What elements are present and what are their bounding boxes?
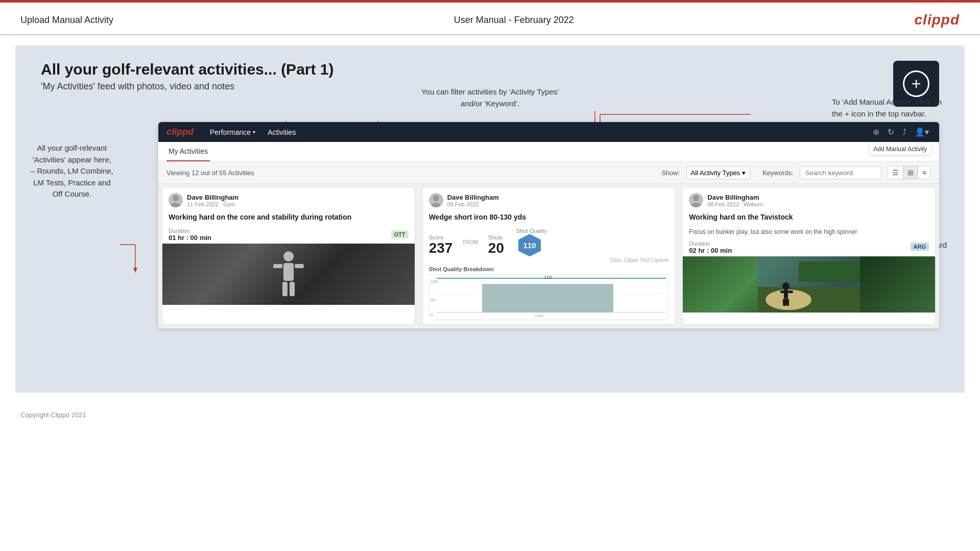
activities-tab-bar: My Activities (158, 142, 939, 162)
activity-card-2: Dave Billingham 09 Feb 2022 Wedge short … (423, 188, 675, 324)
page-footer: Copyright Clippd 2021 (0, 403, 980, 427)
card-tag-1: OTT (391, 230, 409, 238)
svg-rect-36 (783, 299, 786, 306)
card-image-3 (683, 256, 935, 313)
view-toggles: ☰ ⊞ ≡ (888, 166, 931, 179)
chevron-down-icon: ▾ (253, 129, 255, 135)
chart-section: Shot Quality Breakdown 100 50 0 110 AP (423, 264, 675, 324)
card-header-1: Dave Billingham 11 Feb 2022 · Gym (162, 188, 415, 209)
card-duration-1: Duration 01 hr : 00 min (169, 228, 211, 242)
svg-point-25 (431, 203, 441, 207)
copyright: Copyright Clippd 2021 (20, 411, 86, 419)
svg-rect-23 (290, 282, 295, 296)
card-focus-3: Focus on bunker play, but also some work… (683, 226, 935, 238)
page-subtitle: 'My Activities' feed with photos, video … (41, 81, 334, 92)
svg-point-26 (693, 195, 699, 201)
share-nav-button[interactable]: ⤴ (900, 127, 909, 138)
user-info-1: Dave Billingham 11 Feb 2022 · Gym (187, 194, 409, 207)
header-left: All your golf-relevant activities... (Pa… (41, 61, 334, 92)
activities-count: Viewing 12 out of 55 Activities (166, 169, 655, 177)
svg-point-18 (283, 251, 294, 261)
card-duration-3: Duration 02 hr : 00 min (689, 241, 732, 254)
clippd-logo: clippd (915, 12, 960, 28)
card-date-1: 11 Feb 2022 · Gym (187, 201, 409, 207)
keywords-label: Keywords: (762, 169, 794, 177)
svg-rect-22 (282, 282, 288, 296)
card-image-1 (162, 244, 415, 305)
main-content: All your golf-relevant activities... (Pa… (15, 45, 965, 393)
filter-annotation: You can filter activities by 'Activity T… (419, 86, 562, 109)
svg-rect-29 (799, 261, 860, 282)
nav-logo: clippd (166, 127, 194, 137)
svg-point-32 (782, 282, 790, 290)
shot-quality-col: Shot Quality 110 (516, 228, 547, 256)
activity-card-3: Dave Billingham 08 Feb 2022 · Woburn Wor… (683, 188, 935, 324)
card-tag-3: ARG (911, 243, 929, 251)
card-header-3: Dave Billingham 08 Feb 2022 · Woburn (683, 188, 935, 209)
add-manual-annotation: To 'Add Manual Activity', click on the +… (832, 97, 949, 119)
user-nav-button[interactable]: 👤▾ (913, 126, 931, 138)
nav-bar: clippd Performance ▾ Activities ⊕ ↻ ⤴ 👤▾… (158, 122, 939, 142)
show-label: Show: (661, 169, 680, 177)
plus-icon: + (903, 70, 929, 97)
svg-rect-34 (780, 291, 785, 293)
svg-point-24 (433, 195, 439, 201)
card-title-2: Wedge short iron 80-130 yds (423, 209, 675, 226)
chevron-down-icon: ▾ (742, 169, 746, 177)
activity-card-1: Dave Billingham 11 Feb 2022 · Gym Workin… (162, 188, 415, 324)
card-header-2: Dave Billingham 09 Feb 2022 (423, 188, 675, 209)
refresh-nav-button[interactable]: ↻ (886, 126, 896, 138)
card-date-3: 08 Feb 2022 · Woburn (707, 201, 929, 207)
svg-point-16 (173, 195, 179, 201)
cards-container: Dave Billingham 11 Feb 2022 · Gym Workin… (158, 184, 939, 328)
shot-quality-chart: 100 50 0 110 APP (429, 274, 669, 320)
top-bar: Upload Manual Activity User Manual - Feb… (0, 3, 980, 35)
my-activities-tab[interactable]: My Activities (166, 142, 210, 161)
page-title: All your golf-relevant activities... (Pa… (41, 61, 334, 78)
activities-annotation: All your golf-relevant 'Activities' appe… (31, 142, 113, 200)
shots-col: Shots 20 (488, 234, 504, 256)
card-user-name-1: Dave Billingham (187, 194, 409, 201)
list-view-button[interactable]: ☰ (888, 166, 903, 179)
card-user-name-2: Dave Billingham (447, 194, 669, 201)
avatar-1 (169, 193, 183, 207)
card-title-1: Working hard on the core and stability d… (162, 209, 415, 226)
filter-bar: Viewing 12 out of 55 Activities Show: Al… (158, 162, 939, 184)
user-info-2: Dave Billingham 09 Feb 2022 (447, 194, 669, 207)
document-title: User Manual - February 2022 (454, 15, 574, 26)
svg-rect-35 (788, 291, 793, 293)
shot-quality-badge: 110 (518, 234, 541, 256)
top-accent (0, 0, 980, 3)
search-input[interactable] (800, 166, 881, 179)
activity-type-dropdown[interactable]: All Activity Types ▾ (686, 166, 751, 179)
compact-view-button[interactable]: ≡ (918, 166, 930, 179)
svg-rect-19 (283, 263, 294, 281)
svg-rect-20 (273, 264, 282, 268)
user-info-3: Dave Billingham 08 Feb 2022 · Woburn (707, 194, 929, 207)
browser-mockup: clippd Performance ▾ Activities ⊕ ↻ ⤴ 👤▾… (158, 122, 939, 328)
header-section: All your golf-relevant activities... (Pa… (41, 61, 939, 107)
card-date-2: 09 Feb 2022 (447, 201, 669, 207)
score-col: Score 237 (429, 234, 453, 256)
data-source: Data: Clippd Test Capture (423, 256, 675, 264)
card-user-name-3: Dave Billingham (707, 194, 929, 201)
svg-point-27 (691, 203, 701, 207)
nav-activities[interactable]: Activities (268, 128, 296, 136)
svg-point-17 (171, 203, 181, 207)
avatar-3 (689, 193, 703, 207)
svg-marker-2 (133, 268, 137, 273)
card-stats-2: Score 237 FROM Shots 20 Shot Quality 110 (423, 226, 675, 256)
chart-value-label: 110 (544, 275, 552, 280)
svg-rect-21 (295, 264, 304, 268)
upload-manual-activity-label: Upload Manual Activity (20, 15, 113, 26)
svg-rect-37 (786, 299, 789, 306)
grid-view-button[interactable]: ⊞ (903, 166, 918, 179)
add-nav-button[interactable]: ⊕ (871, 126, 881, 138)
card-title-3: Working hard on the Tavistock (683, 209, 935, 226)
add-manual-tooltip: Add Manual Activity (869, 143, 931, 155)
nav-performance[interactable]: Performance ▾ (210, 128, 255, 136)
nav-icons: ⊕ ↻ ⤴ 👤▾ (871, 126, 931, 138)
avatar-2 (429, 193, 443, 207)
